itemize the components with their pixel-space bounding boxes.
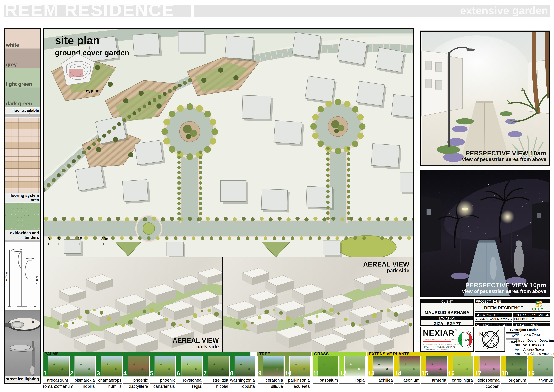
legend-item-species: aculeata xyxy=(284,384,310,389)
keyplan xyxy=(51,48,103,91)
legend-item-number: 10 xyxy=(285,370,291,377)
legend-item-number: 18 xyxy=(501,370,508,377)
legend-item-photo xyxy=(506,356,527,377)
legend-item-number: 12 xyxy=(340,370,346,377)
floor-colour-swatch: light green xyxy=(5,68,40,88)
legend-item-number: 15 xyxy=(421,370,428,377)
location-header: LOCATION xyxy=(420,316,474,320)
legend-item-photo xyxy=(318,356,339,377)
legend-item-photo xyxy=(75,356,95,377)
software-header: SOFTWARE LICENSE xyxy=(475,322,512,326)
legend-item-rule xyxy=(284,383,310,384)
swatch-label: light green xyxy=(6,81,32,87)
drawing-title-header: DRAWING TITLE xyxy=(475,313,512,316)
floor-colour-swatch: white xyxy=(5,29,40,49)
legend-item-name: armeria xyxy=(421,378,446,383)
presentation-sheet: REEM RESIDENCE extensive garden whitegre… xyxy=(0,0,554,392)
legend-item-photo xyxy=(373,356,393,377)
legend-item-name: washingtonia xyxy=(230,378,255,383)
nexiar-address: ITALY - 00198 ROME, No. 102 VIA PO xyxy=(424,346,455,348)
legend-item-number: 14 xyxy=(395,370,401,377)
legend-item-number: 1 xyxy=(43,370,47,377)
floor-colour-swatch: dark green xyxy=(5,88,40,107)
legend-item-rule xyxy=(474,383,500,384)
floor-colour-swatch: grey xyxy=(5,49,40,68)
legend-item-photo xyxy=(479,356,500,377)
legend-item-number: 16 xyxy=(448,370,455,377)
legend-item-name: roystonea xyxy=(176,378,201,383)
legend-item-name: arecastrum xyxy=(43,378,68,383)
consultant-line: SPERASTUDIO srl xyxy=(515,343,544,347)
ateam-text: A-TEAM xyxy=(460,338,470,341)
legend-item-number: 9 xyxy=(258,370,262,377)
keyplan-highlight xyxy=(69,69,83,77)
swatch-label: white xyxy=(6,42,19,48)
lamp-top-view-photo xyxy=(5,310,40,340)
floor-colours-caption: floor available colours xyxy=(5,108,40,113)
title-block: CLIENT MAURIZIO BARNABA LOCATION GIZA - … xyxy=(420,299,550,352)
aerial-view-right: AEREAL VIEW park side xyxy=(223,257,413,352)
scale-tick: 5 xyxy=(57,236,60,241)
lamp-side-view-photo xyxy=(5,340,40,376)
legend-item-number: 2 xyxy=(70,370,73,377)
ateam-badge: A-TEAM xyxy=(457,330,473,349)
svg-text:RESIDENCE: RESIDENCE xyxy=(533,310,542,311)
legend-item-number: 5 xyxy=(150,370,153,377)
application-value: PRELIMINARY xyxy=(514,317,535,321)
legend-item-species: siliqua xyxy=(258,384,283,389)
legend-item-name: parkinsonia xyxy=(284,378,310,383)
legend-item-photo xyxy=(533,356,553,377)
aerial-view-left: AEREAL VIEW park side xyxy=(44,257,223,352)
legend-item-rule xyxy=(394,383,420,384)
compass-box: N xyxy=(475,327,505,352)
wear-mat-caption: oxidoxides and bindersfor colored wear m… xyxy=(5,230,40,240)
legend-item-name: achillea xyxy=(368,378,393,383)
legend-item-rule xyxy=(448,383,473,384)
keyplan-label: keyplan xyxy=(83,88,100,93)
swatch-label: dark green xyxy=(6,101,32,106)
legend-item-species: canariensis xyxy=(150,384,175,389)
scale-bar: 0 5 15 30m xyxy=(47,235,109,247)
legend-item-photo xyxy=(128,356,149,377)
divider xyxy=(5,240,40,242)
legend-item-species: nicolai xyxy=(203,384,228,389)
consultants-header: CONSULTANTS xyxy=(513,322,550,326)
aerial-left-label: AEREAL VIEW park side xyxy=(173,337,219,349)
legend-item-species: cooperi xyxy=(474,384,499,389)
legend-item-photo xyxy=(426,356,447,377)
legend-item-photo xyxy=(400,356,420,377)
legend-item-rule xyxy=(313,383,339,384)
tiling-caption: flooring system areatiling xyxy=(5,193,40,202)
tiling-texture xyxy=(5,118,40,193)
legend-item-name: carex nigra xyxy=(448,378,473,383)
location-value: GIZA - EGYPT xyxy=(420,321,474,326)
legend-item-photo xyxy=(345,356,365,377)
legend-item-name: delosperma xyxy=(474,378,499,383)
legend-item-rule xyxy=(176,383,202,384)
legend-item-species: dactylifera xyxy=(123,384,148,389)
legend-item-rule xyxy=(123,383,149,384)
legend-item-number: 4 xyxy=(123,370,127,377)
consultant-line: Arch. Andrea Spera xyxy=(515,348,544,351)
site-plan-panel: site plan ground cover garden keyplan 0 xyxy=(42,28,414,352)
street-lighting-caption: street led lighting xyxy=(5,376,40,382)
legend-item-rule xyxy=(421,383,447,384)
page-title: REEM RESIDENCE xyxy=(5,0,175,20)
legend-item-number: 8 xyxy=(230,370,233,377)
reem-logo: REEM RESIDENCE xyxy=(532,301,549,311)
legend-group-header: TREE xyxy=(257,352,311,356)
legend-item-name: chamaerops xyxy=(96,378,121,383)
legend-item-photo xyxy=(155,356,175,377)
consultant-line: Garden Design Department xyxy=(515,338,554,343)
legend-item-rule xyxy=(43,383,69,384)
legend-group-header: PALMS xyxy=(43,352,250,356)
legend-item-rule xyxy=(230,383,255,384)
legend-item-rule xyxy=(368,383,393,384)
nexiar-web: www.nexiar.it - info@nexiar.it xyxy=(426,349,449,350)
consultant-line: Arch. Luca Conte xyxy=(515,332,540,336)
legend-item-photo xyxy=(263,356,284,377)
nexiar-redbar xyxy=(423,341,451,342)
legend-item-photo xyxy=(101,356,122,377)
legend-group-header: GRASS xyxy=(312,352,366,356)
divider xyxy=(5,114,40,117)
